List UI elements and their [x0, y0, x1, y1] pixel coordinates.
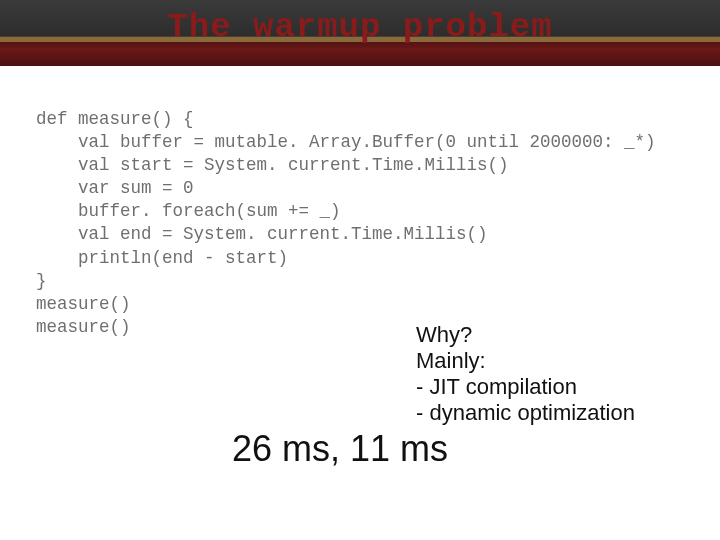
slide-title: The warmup problem — [167, 2, 552, 52]
code-block: def measure() { val buffer = mutable. Ar… — [36, 108, 684, 339]
code-line: val end = System. current.Time.Millis() — [36, 224, 488, 244]
why-question: Why? — [416, 322, 635, 348]
slide-content: def measure() { val buffer = mutable. Ar… — [0, 66, 720, 339]
slide-header: The warmup problem — [0, 0, 720, 66]
code-line: println(end - start) — [36, 248, 288, 268]
explanation-block: Why? Mainly: - JIT compilation - dynamic… — [416, 322, 635, 426]
code-line: val start = System. current.Time.Millis(… — [36, 155, 509, 175]
why-bullet: - JIT compilation — [416, 374, 635, 400]
why-mainly: Mainly: — [416, 348, 635, 374]
why-bullet: - dynamic optimization — [416, 400, 635, 426]
code-line: def measure() { — [36, 109, 194, 129]
code-line: var sum = 0 — [36, 178, 194, 198]
code-line: val buffer = mutable. Array.Buffer(0 unt… — [36, 132, 656, 152]
code-line: measure() — [36, 294, 131, 314]
code-line: } — [36, 271, 47, 291]
result-text: 26 ms, 11 ms — [232, 428, 448, 470]
code-line: buffer. foreach(sum += _) — [36, 201, 341, 221]
code-line: measure() — [36, 317, 131, 337]
